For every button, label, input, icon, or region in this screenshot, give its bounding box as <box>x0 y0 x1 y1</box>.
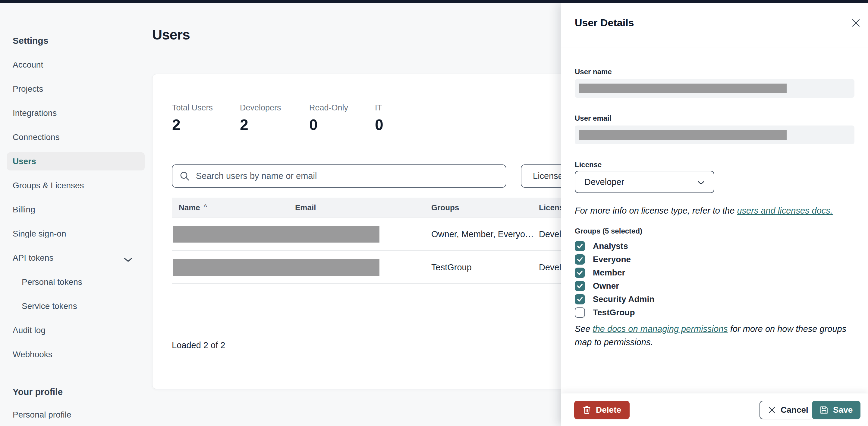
group-option-everyone[interactable]: Everyone <box>575 254 631 265</box>
license-note: For more info on license type, refer to … <box>575 204 861 217</box>
sidebar-item-api-tokens[interactable]: API tokens <box>7 249 145 267</box>
page-title: Users <box>152 27 190 43</box>
sidebar-item-service-tokens[interactable]: Service tokens <box>7 297 145 315</box>
settings-sidebar: Account Projects Integrations Connection… <box>7 56 145 370</box>
stat-read-only: Read-Only 0 <box>309 103 348 134</box>
stat-it: IT 0 <box>375 103 383 134</box>
trash-icon <box>583 405 591 415</box>
close-icon[interactable] <box>850 17 862 29</box>
save-button[interactable]: Save <box>812 401 861 419</box>
checkbox[interactable] <box>575 281 585 291</box>
group-option-security-admin[interactable]: Security Admin <box>575 293 654 305</box>
settings-section-title: Settings <box>13 36 48 46</box>
permissions-note: See the docs on managing permissions for… <box>575 322 860 349</box>
user-email-label: User email <box>575 114 611 122</box>
cell-groups: Owner, Member, Everyo… <box>431 218 534 251</box>
redacted-value <box>579 84 786 93</box>
check-icon <box>577 283 583 289</box>
check-icon <box>577 243 583 250</box>
sidebar-item-projects[interactable]: Projects <box>7 80 145 98</box>
sidebar-item-users[interactable]: Users <box>7 152 145 170</box>
your-profile-section-title: Your profile <box>13 387 63 397</box>
group-option-analysts[interactable]: Analysts <box>575 240 628 252</box>
group-option-member[interactable]: Member <box>575 267 625 279</box>
x-icon <box>768 406 776 414</box>
users-licenses-docs-link[interactable]: users and licenses docs. <box>737 206 833 216</box>
cancel-button[interactable]: Cancel <box>760 401 817 419</box>
column-header-name[interactable]: Name ^ <box>179 198 207 218</box>
sidebar-item-audit-log[interactable]: Audit log <box>7 321 145 339</box>
chevron-down-icon <box>124 255 133 264</box>
check-icon <box>577 256 583 263</box>
checkbox[interactable] <box>575 307 585 318</box>
sidebar-item-webhooks[interactable]: Webhooks <box>7 345 145 364</box>
search-users <box>172 164 506 188</box>
panel-footer: Delete Cancel Save <box>561 393 868 426</box>
user-name-field[interactable] <box>575 79 855 98</box>
sort-asc-icon: ^ <box>204 203 207 211</box>
sidebar-item-billing[interactable]: Billing <box>7 201 145 219</box>
column-header-email[interactable]: Email <box>295 198 316 218</box>
panel-title: User Details <box>575 17 634 29</box>
check-icon <box>577 269 583 276</box>
chevron-down-icon <box>698 177 705 187</box>
stat-total-users: Total Users 2 <box>172 103 213 134</box>
redacted-name-email <box>173 259 379 276</box>
sidebar-item-personal-tokens[interactable]: Personal tokens <box>7 273 145 291</box>
delete-button[interactable]: Delete <box>574 401 629 419</box>
user-name-label: User name <box>575 67 612 76</box>
checkbox[interactable] <box>575 267 585 278</box>
checkbox[interactable] <box>575 294 585 305</box>
license-label: License <box>575 161 601 169</box>
stat-developers: Developers 2 <box>240 103 281 134</box>
app-top-bar <box>0 0 868 3</box>
floppy-disk-icon <box>820 406 828 414</box>
user-email-field[interactable] <box>575 125 855 144</box>
column-header-groups[interactable]: Groups <box>431 198 459 218</box>
group-option-testgroup[interactable]: TestGroup <box>575 307 635 318</box>
sidebar-item-personal-profile[interactable]: Personal profile <box>7 406 145 424</box>
redacted-value <box>579 130 786 140</box>
checkbox[interactable] <box>575 254 585 264</box>
sidebar-item-integrations[interactable]: Integrations <box>7 104 145 122</box>
checkbox[interactable] <box>575 241 585 251</box>
divider <box>561 47 868 47</box>
user-details-panel: User Details User name User email Licens… <box>561 3 868 426</box>
sidebar-item-account[interactable]: Account <box>7 56 145 74</box>
group-option-owner[interactable]: Owner <box>575 280 619 292</box>
cell-groups: TestGroup <box>431 251 472 284</box>
sidebar-item-groups-licenses[interactable]: Groups & Licenses <box>7 176 145 195</box>
sidebar-item-single-sign-on[interactable]: Single sign-on <box>7 225 145 243</box>
check-icon <box>577 296 583 303</box>
redacted-name-email <box>173 226 379 243</box>
license-select[interactable]: Developer <box>575 171 714 193</box>
groups-label: Groups (5 selected) <box>575 227 642 235</box>
search-input[interactable] <box>172 164 506 188</box>
managing-permissions-docs-link[interactable]: the docs on managing permissions <box>593 324 728 334</box>
load-status: Loaded 2 of 2 <box>172 340 225 350</box>
profile-sidebar: Personal profile <box>7 406 145 426</box>
sidebar-item-connections[interactable]: Connections <box>7 128 145 146</box>
